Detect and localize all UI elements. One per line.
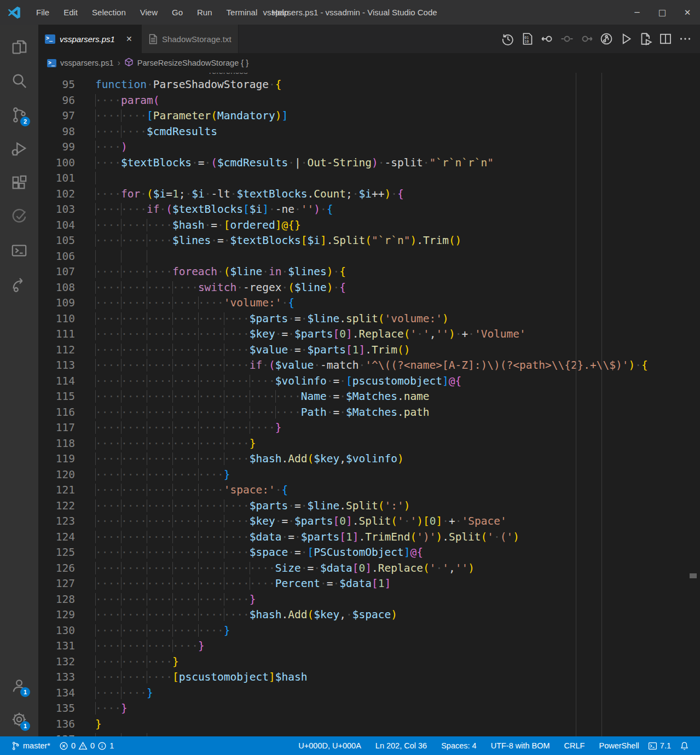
code-line[interactable]: 105············$lines·=·$textBlocks[$i].… xyxy=(38,233,700,249)
line-number[interactable]: 134 xyxy=(38,686,95,701)
code-line[interactable]: 120····················} xyxy=(38,467,700,483)
code-line[interactable]: 123························$key·=·$parts… xyxy=(38,514,700,530)
code-line[interactable]: 96····param( xyxy=(38,93,700,109)
line-number[interactable]: 124 xyxy=(38,530,95,545)
line-number[interactable]: 132 xyxy=(38,654,95,670)
code-line[interactable]: 111························$key·=·$parts… xyxy=(38,327,700,342)
breadcrumb-file[interactable]: vssparsers.ps1 xyxy=(60,59,114,67)
code-line[interactable]: 104············$hash·=·[ordered]@{} xyxy=(38,218,700,234)
line-number[interactable]: 95 xyxy=(38,77,95,93)
code-line[interactable]: 101 xyxy=(38,171,700,187)
line-number[interactable]: 98 xyxy=(38,124,95,140)
step-over-icon[interactable] xyxy=(559,32,574,47)
tab-vssparsers[interactable]: vssparsers.ps1 ✕ xyxy=(38,25,142,53)
line-number[interactable]: 135 xyxy=(38,701,95,717)
line-number[interactable]: 118 xyxy=(38,436,95,452)
line-number[interactable]: 111 xyxy=(38,327,95,342)
code-line[interactable]: 108················switch·-regex·($line)… xyxy=(38,280,700,296)
code-line[interactable]: 98········$cmdResults xyxy=(38,124,700,140)
code-line[interactable]: 99····) xyxy=(38,140,700,155)
code-line[interactable]: 136} xyxy=(38,717,700,733)
code-line[interactable]: 118························} xyxy=(38,436,700,452)
code-line[interactable]: 112························$value·=·$par… xyxy=(38,342,700,358)
line-number[interactable]: 133 xyxy=(38,670,95,686)
line-number[interactable]: 108 xyxy=(38,280,95,296)
menu-go[interactable]: Go xyxy=(165,4,190,20)
minimize-button[interactable]: ─ xyxy=(624,0,650,25)
line-number[interactable]: 123 xyxy=(38,514,95,530)
code-line[interactable]: 132············} xyxy=(38,654,700,670)
code-line[interactable]: 126····························Size·=·$d… xyxy=(38,561,700,577)
code-line[interactable]: 95function·ParseShadowStorage·{ xyxy=(38,77,700,93)
code-line[interactable]: 122························$parts·=·$lin… xyxy=(38,498,700,514)
tab-close-icon[interactable]: ✕ xyxy=(124,33,135,44)
line-number[interactable]: 121 xyxy=(38,483,95,498)
code-line[interactable]: 127····························Percent·=… xyxy=(38,576,700,592)
line-number[interactable]: 106 xyxy=(38,249,95,265)
code-line[interactable]: 100····$textBlocks·=·($cmdResults·|·Out-… xyxy=(38,155,700,171)
line-number[interactable]: 114 xyxy=(38,374,95,390)
code-line[interactable]: 121····················'space:'·{ xyxy=(38,483,700,498)
code-line[interactable]: 109····················'volume:'·{ xyxy=(38,295,700,311)
menu-file[interactable]: File xyxy=(29,4,56,20)
line-number[interactable]: 126 xyxy=(38,561,95,577)
line-number[interactable]: 128 xyxy=(38,592,95,608)
menu-view[interactable]: View xyxy=(133,4,165,20)
code-line[interactable]: 117····························} xyxy=(38,420,700,436)
codelens-references[interactable]: references xyxy=(209,73,248,76)
more-actions-icon[interactable] xyxy=(678,32,692,47)
line-number[interactable]: 99 xyxy=(38,140,95,155)
settings-gear-icon[interactable]: 1 xyxy=(6,702,32,736)
indentation-status[interactable]: Spaces: 4 xyxy=(437,736,481,755)
code-line[interactable]: 106 xyxy=(38,249,700,265)
menu-terminal[interactable]: Terminal xyxy=(219,4,265,20)
encoding-status[interactable]: UTF-8 with BOM xyxy=(487,736,554,755)
git-branch-status[interactable]: master* xyxy=(7,736,55,755)
line-number[interactable]: 129 xyxy=(38,607,95,623)
cursor-position-status[interactable]: Ln 202, Col 36 xyxy=(371,736,431,755)
line-number[interactable]: 127 xyxy=(38,576,95,592)
problems-status[interactable]: 0 0 1 xyxy=(55,736,118,755)
restart-icon[interactable] xyxy=(599,32,614,47)
line-number[interactable]: 137 xyxy=(38,732,95,736)
line-number[interactable]: 122 xyxy=(38,498,95,514)
step-out-icon[interactable] xyxy=(579,32,594,47)
line-number[interactable]: 136 xyxy=(38,717,95,733)
breadcrumb-symbol[interactable]: ParseResizeShadowStorage { } xyxy=(137,59,248,67)
code-line[interactable]: 131················} xyxy=(38,638,700,654)
line-number[interactable]: 109 xyxy=(38,295,95,311)
code-line[interactable]: 129························$hash.Add($ke… xyxy=(38,607,700,623)
code-line[interactable]: 114····························$volinfo·… xyxy=(38,374,700,390)
line-number[interactable]: 125 xyxy=(38,545,95,561)
unicode-status[interactable]: U+000D, U+000A xyxy=(294,736,365,755)
tab-shadowstorage[interactable]: ShadowStorage.txt xyxy=(142,25,239,53)
line-number[interactable]: 104 xyxy=(38,218,95,234)
account-icon[interactable]: 1 xyxy=(6,669,32,702)
line-number[interactable]: 131 xyxy=(38,638,95,654)
line-number[interactable]: 105 xyxy=(38,233,95,249)
line-number[interactable]: 102 xyxy=(38,187,95,202)
code-line[interactable]: 135····} xyxy=(38,701,700,717)
notifications-bell[interactable] xyxy=(675,736,693,755)
line-number[interactable]: 101 xyxy=(38,171,95,187)
live-share-icon[interactable] xyxy=(6,268,32,301)
code-editor[interactable]: references 95function·ParseShadowStorage… xyxy=(38,73,700,736)
code-line[interactable]: 113························if·($value·-m… xyxy=(38,358,700,374)
run-debug-icon[interactable] xyxy=(6,132,32,166)
line-number[interactable]: 96 xyxy=(38,93,95,109)
binary-file-icon[interactable]: 01 10 xyxy=(520,32,535,47)
source-control-icon[interactable]: 2 xyxy=(6,98,32,132)
line-number[interactable]: 107 xyxy=(38,264,95,280)
menu-help[interactable]: Help xyxy=(264,4,296,20)
menu-selection[interactable]: Selection xyxy=(85,4,133,20)
menu-edit[interactable]: Edit xyxy=(56,4,85,20)
code-line[interactable]: 134········} xyxy=(38,686,700,701)
testing-icon[interactable] xyxy=(6,200,32,234)
line-number[interactable]: 116 xyxy=(38,405,95,421)
code-line[interactable]: 137 xyxy=(38,732,700,736)
line-number[interactable]: 130 xyxy=(38,623,95,639)
line-number[interactable]: 117 xyxy=(38,420,95,436)
line-number[interactable]: 112 xyxy=(38,342,95,358)
line-number[interactable]: 110 xyxy=(38,311,95,327)
explorer-icon[interactable] xyxy=(6,30,32,64)
